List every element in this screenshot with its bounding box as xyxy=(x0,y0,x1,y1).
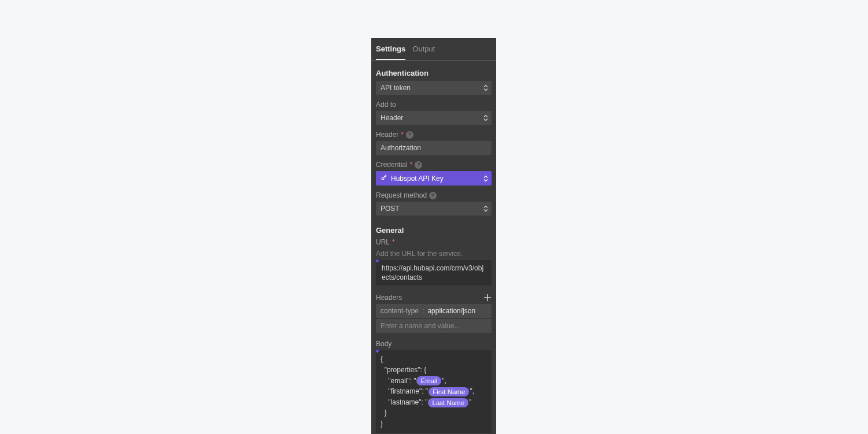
updown-icon xyxy=(483,115,488,121)
authentication-heading: Authentication xyxy=(376,69,492,77)
credential-select[interactable]: Hubspot API Key xyxy=(376,171,492,186)
add-to-value: Header xyxy=(381,114,403,122)
help-icon[interactable]: ? xyxy=(429,192,437,199)
auth-method-value: API token xyxy=(381,84,411,92)
add-header-button[interactable] xyxy=(483,294,492,302)
headers-label: Headers xyxy=(376,294,402,302)
body-line: "email": "Email", xyxy=(381,376,487,387)
variable-pill-email[interactable]: Email xyxy=(416,376,441,385)
header-name-input[interactable]: Authorization xyxy=(376,141,492,155)
settings-panel: Settings Output Authentication API token… xyxy=(371,38,496,434)
header-label: Header * ? xyxy=(376,131,492,139)
variable-pill-lastname[interactable]: Last Name xyxy=(428,398,468,407)
add-to-select[interactable]: Header xyxy=(376,111,492,125)
header-key: content-type xyxy=(381,307,419,315)
body-line: { xyxy=(381,354,487,365)
request-method-label: Request method ? xyxy=(376,191,492,199)
body-line: "lastname": "Last Name" xyxy=(381,397,487,408)
updown-icon xyxy=(483,206,488,212)
binding-dot-icon xyxy=(375,349,379,353)
url-input[interactable]: https://api.hubapi.com/crm/v3/objects/co… xyxy=(376,260,492,285)
body-editor[interactable]: { "properties": { "email": "Email", "fir… xyxy=(376,350,492,432)
headers-label-row: Headers xyxy=(376,294,492,302)
header-new-entry[interactable] xyxy=(376,319,492,333)
credential-label: Credential * ? xyxy=(376,161,492,169)
header-value: application/json xyxy=(427,307,475,315)
header-name-value: Authorization xyxy=(381,144,421,152)
panel-tabs: Settings Output xyxy=(371,38,496,61)
help-icon[interactable]: ? xyxy=(415,161,422,169)
url-value: https://api.hubapi.com/crm/v3/objects/co… xyxy=(382,264,483,281)
binding-dot-icon xyxy=(375,259,379,263)
variable-pill-firstname[interactable]: First Name xyxy=(429,387,469,396)
panel-content: Authentication API token Add to Header H… xyxy=(371,61,496,434)
auth-method-select[interactable]: API token xyxy=(376,81,492,95)
body-line: "properties": { xyxy=(381,365,487,376)
tab-output[interactable]: Output xyxy=(412,38,435,60)
required-indicator: * xyxy=(401,131,404,139)
required-indicator: * xyxy=(392,238,395,246)
request-method-select[interactable]: POST xyxy=(376,202,492,216)
updown-icon xyxy=(483,175,488,181)
required-indicator: * xyxy=(410,161,413,169)
help-icon[interactable]: ? xyxy=(406,131,413,139)
body-label: Body xyxy=(376,340,492,348)
credential-value: Hubspot API Key xyxy=(391,175,444,183)
body-line: "firstname": "First Name", xyxy=(381,386,487,397)
header-new-input[interactable] xyxy=(381,322,487,330)
add-to-label: Add to xyxy=(376,101,492,109)
updown-icon xyxy=(483,85,488,91)
url-hint: Add the URL for the service. xyxy=(376,250,492,258)
tab-settings[interactable]: Settings xyxy=(376,38,405,60)
body-line: } xyxy=(381,418,487,429)
header-separator: : xyxy=(422,307,424,315)
request-method-value: POST xyxy=(381,205,400,213)
url-label: URL * xyxy=(376,238,492,246)
body-line: } xyxy=(381,407,487,418)
svg-point-0 xyxy=(382,177,384,180)
header-entry[interactable]: content-type : application/json xyxy=(376,304,492,318)
general-heading: General xyxy=(376,226,492,235)
key-icon xyxy=(381,174,387,183)
